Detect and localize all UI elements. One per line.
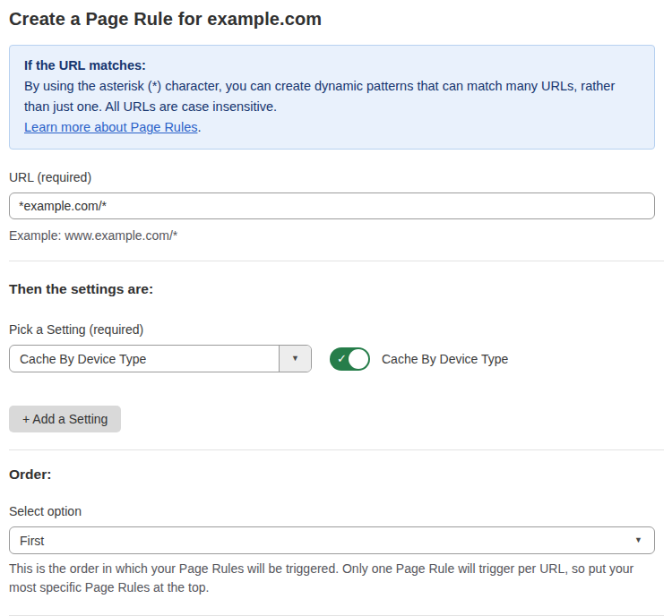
toggle-label: Cache By Device Type <box>382 352 508 366</box>
chevron-down-icon: ▼ <box>291 355 299 363</box>
order-helper-text: This is the order in which your Page Rul… <box>9 560 655 597</box>
info-box-body: By using the asterisk (*) character, you… <box>24 76 640 117</box>
cache-by-device-type-toggle[interactable]: ✓ <box>330 347 370 371</box>
order-select-label: Select option <box>9 504 663 518</box>
toggle-knob <box>349 349 368 369</box>
url-field-label: URL (required) <box>9 170 663 184</box>
order-select-value: First <box>20 534 44 548</box>
divider <box>9 449 664 450</box>
url-example-helper: Example: www.example.com/* <box>9 227 663 245</box>
setting-select[interactable]: Cache By Device Type ▼ <box>9 345 312 372</box>
setting-select-arrow-button[interactable]: ▼ <box>279 346 311 372</box>
page-title: Create a Page Rule for example.com <box>9 9 663 30</box>
learn-more-link[interactable]: Learn more about Page Rules <box>24 120 197 134</box>
info-box-heading: If the URL matches: <box>24 56 640 76</box>
settings-section-heading: Then the settings are: <box>9 281 663 297</box>
setting-select-value: Cache By Device Type <box>10 346 279 372</box>
pick-setting-label: Pick a Setting (required) <box>9 322 663 337</box>
check-icon: ✓ <box>337 352 347 364</box>
divider <box>9 261 664 261</box>
order-select[interactable]: First ▼ <box>9 526 655 554</box>
url-match-info-box: If the URL matches: By using the asteris… <box>9 45 655 150</box>
url-input[interactable] <box>9 192 655 219</box>
setting-row: Cache By Device Type ▼ ✓ Cache By Device… <box>9 345 663 372</box>
info-box-link-line: Learn more about Page Rules. <box>24 117 640 138</box>
add-setting-button[interactable]: + Add a Setting <box>9 406 121 432</box>
chevron-down-icon: ▼ <box>634 536 642 544</box>
order-section-heading: Order: <box>9 466 663 483</box>
link-suffix: . <box>197 120 201 134</box>
